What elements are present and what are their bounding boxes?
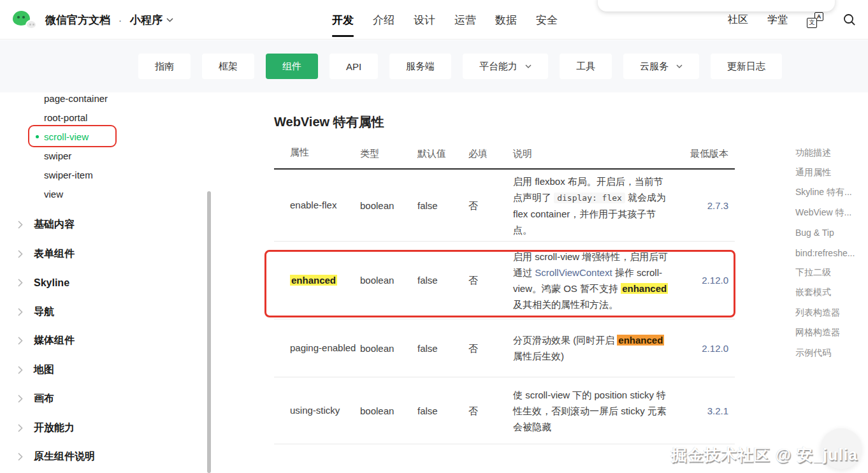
property-default: false — [417, 272, 468, 288]
sidebar-scrollbar[interactable] — [207, 191, 211, 473]
property-description: 启用 flexbox 布局。开启后，当前节点声明了 display: flex … — [513, 173, 672, 238]
table-row: paging-enabled boolean false 否 分页滑动效果 (同… — [274, 319, 735, 377]
col-default: 默认值 — [417, 148, 468, 160]
table-row: using-sticky boolean false 否 使 scroll-vi… — [274, 377, 735, 444]
col-type: 类型 — [360, 148, 417, 160]
main-content: WebView 特有属性 属性 类型 默认值 必填 说明 最低版本 enable… — [274, 92, 735, 444]
tab-guide[interactable]: 指南 — [138, 54, 191, 79]
sidebar-item-root-portal[interactable]: root-portal — [0, 108, 212, 127]
property-default: false — [417, 340, 468, 356]
toc-item-pulldown[interactable]: 下拉二级 — [795, 263, 867, 282]
sidebar-item-swiper-item[interactable]: swiper-item — [0, 165, 212, 184]
tab-changelog[interactable]: 更新日志 — [711, 54, 782, 79]
sidebar-item-scroll-view[interactable]: scroll-view — [0, 127, 212, 146]
table-header: 属性 类型 默认值 必填 说明 最低版本 — [274, 131, 735, 170]
chevron-right-icon — [18, 424, 23, 432]
property-default: false — [417, 198, 468, 214]
chevron-down-icon — [525, 64, 532, 68]
highlight-orange: enhanced — [617, 335, 664, 346]
col-description: 说明 — [513, 148, 672, 160]
search-icon[interactable] — [843, 13, 857, 27]
sidebar-section-canvas[interactable]: 画布 — [0, 384, 212, 414]
toc-item-list-builder[interactable]: 列表构造器 — [795, 303, 867, 323]
sidebar-section-native-components[interactable]: 原生组件说明 — [0, 442, 212, 472]
nav-item-operation[interactable]: 运营 — [454, 0, 476, 40]
wechat-logo-icon — [13, 10, 38, 30]
product-name: 小程序 — [130, 13, 163, 27]
primary-nav: 开发 介绍 设计 运营 数据 安全 — [332, 0, 558, 40]
nav-item-intro[interactable]: 介绍 — [373, 0, 394, 40]
scrollviewcontext-link[interactable]: ScrollViewContext — [535, 267, 612, 278]
toc-item-nested-mode[interactable]: 嵌套模式 — [795, 283, 867, 303]
sidebar-section-navigation[interactable]: 导航 — [0, 298, 212, 327]
tab-server[interactable]: 服务端 — [389, 54, 451, 79]
chevron-down-icon — [676, 64, 683, 68]
top-popup — [598, 0, 835, 11]
toc-item-bug-tip[interactable]: Bug & Tip — [795, 223, 867, 243]
sidebar-section-skyline[interactable]: Skyline — [0, 268, 212, 298]
toc-item-sample-code[interactable]: 示例代码 — [795, 343, 867, 363]
property-name: using-sticky — [274, 403, 360, 418]
property-name: paging-enabled — [274, 340, 360, 356]
property-required: 否 — [468, 403, 513, 419]
sidebar-section-map[interactable]: 地图 — [0, 356, 212, 385]
link-community[interactable]: 社区 — [728, 13, 748, 27]
site-title: 微信官方文档 — [45, 13, 110, 27]
section-list: 基础内容 表单组件 Skyline 导航 媒体组件 地图 画布 开放能力 原生组… — [0, 210, 212, 472]
secondary-nav: 指南 框架 组件 API 服务端 平台能力 工具 云服务 更新日志 — [0, 40, 868, 92]
sidebar-section-basic-content[interactable]: 基础内容 — [0, 210, 212, 240]
sidebar-section-open-capability[interactable]: 开放能力 — [0, 414, 212, 443]
toc: 功能描述 通用属性 Skyline 特有... WebView 特... Bug… — [795, 143, 867, 363]
property-type: boolean — [360, 198, 417, 214]
property-required: 否 — [468, 198, 513, 214]
property-name: enable-flex — [274, 198, 360, 213]
chevron-right-icon — [18, 395, 23, 403]
property-required: 否 — [468, 340, 513, 356]
translate-icon[interactable]: A 文 — [807, 12, 823, 28]
property-type: boolean — [360, 340, 417, 356]
toc-item-common-props[interactable]: 通用属性 — [795, 163, 867, 182]
nav-item-design[interactable]: 设计 — [414, 0, 435, 40]
toc-item-bind-refresher[interactable]: bind:refreshe... — [795, 243, 867, 263]
tab-cloud-service[interactable]: 云服务 — [623, 54, 699, 79]
toc-item-feature-desc[interactable]: 功能描述 — [795, 143, 867, 163]
table-row: enable-flex boolean false 否 启用 flexbox 布… — [274, 170, 735, 242]
nav-item-security[interactable]: 安全 — [536, 0, 558, 40]
tab-framework[interactable]: 框架 — [202, 54, 254, 79]
toc-item-skyline-props[interactable]: Skyline 特有... — [795, 183, 867, 203]
min-version-link[interactable]: 3.2.1 — [672, 403, 735, 419]
nav-item-data[interactable]: 数据 — [495, 0, 517, 40]
chevron-right-icon — [18, 337, 23, 345]
min-version-link[interactable]: 2.12.0 — [672, 272, 735, 288]
link-school[interactable]: 学堂 — [767, 13, 788, 27]
chevron-right-icon — [18, 308, 23, 316]
property-description: 使 scroll-view 下的 position sticky 特性生效，否则… — [513, 387, 672, 435]
tab-platform-capability[interactable]: 平台能力 — [463, 54, 548, 79]
sidebar-section-media[interactable]: 媒体组件 — [0, 326, 212, 356]
nav-item-develop[interactable]: 开发 — [332, 0, 354, 40]
watermark: 掘金技术社区 @ 安_julia — [671, 444, 858, 465]
toc-item-grid-builder[interactable]: 网格构造器 — [795, 323, 867, 343]
highlight-yellow: enhanced — [290, 275, 337, 286]
tab-tools[interactable]: 工具 — [560, 54, 612, 79]
col-required: 必填 — [468, 148, 513, 160]
chevron-right-icon — [18, 366, 23, 374]
property-name: enhanced — [274, 273, 360, 288]
col-min-version: 最低版本 — [672, 148, 735, 160]
product-switcher[interactable]: 小程序 — [130, 13, 173, 27]
property-required: 否 — [468, 272, 513, 288]
sidebar-item-swiper[interactable]: swiper — [0, 146, 212, 165]
property-type: boolean — [360, 272, 417, 288]
inline-code: display: flex — [554, 193, 625, 203]
chevron-right-icon — [18, 453, 23, 461]
sidebar-item-view[interactable]: view — [0, 184, 212, 203]
toc-item-webview-props[interactable]: WebView 特... — [795, 203, 867, 222]
property-description: 分页滑动效果 (同时开启 enhanced 属性后生效) — [513, 332, 672, 364]
tab-components[interactable]: 组件 — [266, 54, 318, 79]
min-version-link[interactable]: 2.12.0 — [672, 340, 735, 356]
sidebar-item-page-container[interactable]: page-container — [0, 92, 212, 108]
sidebar-section-form-components[interactable]: 表单组件 — [0, 240, 212, 269]
chevron-right-icon — [18, 250, 23, 258]
tab-api[interactable]: API — [329, 54, 378, 79]
min-version-link[interactable]: 2.7.3 — [672, 198, 735, 214]
